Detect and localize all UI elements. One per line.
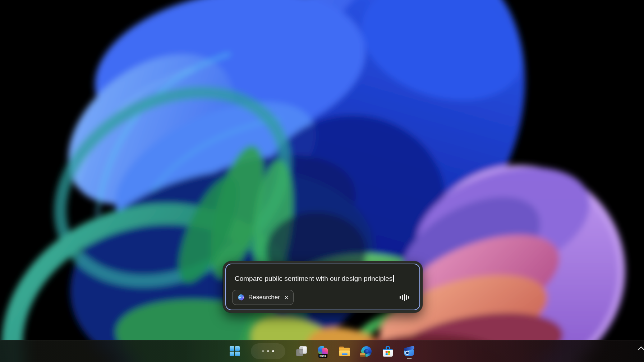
store-bag-icon [383,346,393,357]
desktop: Compare public sentiment with our design… [0,0,644,362]
edge-swirl-icon [361,346,372,357]
waveform-bar [406,295,407,300]
blue-camera-icon [404,346,415,357]
chip-close-icon[interactable]: ✕ [284,295,289,300]
taskbar-icon-group: M365 [229,343,415,360]
yellow-folder-icon [339,347,350,356]
copilot-researcher-icon [237,293,245,301]
researcher-agent-chip[interactable]: Researcher ✕ [232,290,294,305]
edge-browser-button[interactable] [361,343,372,360]
briefcase-badge-icon [360,353,365,357]
waveform-bar [404,294,405,301]
query-text: Compare public sentiment with our design… [235,275,392,282]
command-box-bottom-row: Researcher ✕ [232,290,409,305]
m365-copilot-icon: M365 [318,346,328,357]
m365-badge: M365 [318,354,327,358]
start-button[interactable] [229,343,240,360]
task-view-button[interactable] [296,343,307,360]
windows-logo-icon [230,346,240,356]
overlapping-windows-icon [296,346,307,357]
m365-copilot-button[interactable]: M365 [318,343,328,360]
command-input-surface[interactable]: Compare public sentiment with our design… [225,264,420,310]
ellipsis-dot [272,350,274,352]
running-app-indicator [407,358,412,359]
microsoft-store-button[interactable] [382,343,393,360]
file-explorer-button[interactable] [339,343,350,360]
show-hidden-icons-button[interactable] [638,346,644,351]
command-query-text[interactable]: Compare public sentiment with our design… [235,274,411,283]
camera-app-button[interactable] [404,343,415,360]
waveform-bar [400,296,401,299]
voice-input-button[interactable] [400,293,409,302]
taskbar: M365 [0,340,644,362]
agent-chip-label: Researcher [248,294,280,301]
text-caret [393,275,394,282]
taskbar-overflow-pill[interactable] [251,343,285,359]
copilot-command-box: Compare public sentiment with our design… [223,261,423,313]
waveform-bar [402,295,403,300]
chevron-up-icon [638,346,644,351]
ellipsis-dot [267,350,269,352]
waveform-bar [408,296,409,299]
ellipsis-dot [262,350,264,352]
